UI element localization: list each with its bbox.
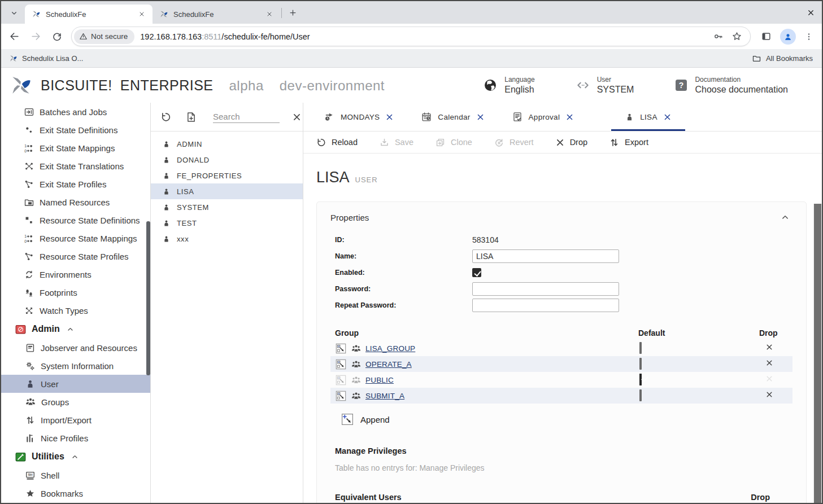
select-target-icon[interactable] xyxy=(335,358,347,370)
properties-card: Properties ID: 583104 Name: Enabled: xyxy=(316,201,807,503)
close-tab-icon[interactable] xyxy=(476,113,485,121)
sidebar-item-exit-state-profiles[interactable]: Exit State Profiles xyxy=(1,175,150,193)
sidebar-item-named-resources[interactable]: Named Resources xyxy=(1,193,150,211)
tab-close-icon[interactable] xyxy=(137,9,147,19)
search-input[interactable] xyxy=(213,111,280,123)
list-item-label: TEST xyxy=(177,219,197,227)
tab-approval[interactable]: Approval xyxy=(498,103,588,131)
profile-avatar[interactable] xyxy=(780,29,796,45)
new-tab-button[interactable] xyxy=(285,5,300,20)
default-checkbox[interactable] xyxy=(639,358,642,370)
sidebar-nav: Batches and Jobs Exit State Definitions … xyxy=(1,103,151,503)
all-bookmarks-button[interactable]: All Bookmarks xyxy=(752,54,813,63)
sidebar-item-resource-state-profiles[interactable]: Resource State Profiles xyxy=(1,247,150,265)
password-input[interactable] xyxy=(472,282,619,296)
list-item-donald[interactable]: DONALD xyxy=(151,152,303,168)
tab-search-button[interactable] xyxy=(6,5,23,21)
save-button[interactable]: Save xyxy=(379,137,413,148)
security-chip[interactable]: Not secure xyxy=(74,29,134,44)
browser-tab-1[interactable]: SchedulixFe xyxy=(25,5,153,24)
sidebar-item-resource-state-mappings[interactable]: Resource State Mappings xyxy=(1,229,150,247)
drop-group-icon[interactable] xyxy=(759,359,792,369)
password-key-icon[interactable] xyxy=(713,31,724,42)
select-target-icon[interactable] xyxy=(335,343,347,354)
address-bar[interactable]: Not secure 192.168.178.163:8511/scheduli… xyxy=(71,27,751,46)
group-link[interactable]: PUBLIC xyxy=(365,376,394,384)
language-selector[interactable]: LanguageEnglish xyxy=(483,76,534,95)
window-close-icon[interactable] xyxy=(805,7,816,18)
env-name: dev-environment xyxy=(280,78,385,94)
drop-group-icon[interactable] xyxy=(759,343,792,353)
select-target-icon[interactable] xyxy=(335,374,347,386)
documentation-selector[interactable]: DocumentationChoose documentation xyxy=(674,76,788,95)
list-item-xxx[interactable]: xxx xyxy=(151,231,303,247)
enabled-checkbox[interactable] xyxy=(472,268,481,277)
append-button[interactable]: Append xyxy=(341,413,792,426)
sidebar-section-admin[interactable]: Admin xyxy=(1,319,150,339)
sidebar-item-groups[interactable]: Groups xyxy=(1,393,150,411)
sidebar-item-resource-state-definitions[interactable]: Resource State Definitions xyxy=(1,211,150,229)
clone-button[interactable]: Clone xyxy=(435,137,472,148)
sidebar-scrollbar[interactable] xyxy=(146,221,150,375)
side-panel-icon[interactable] xyxy=(757,28,774,45)
sidebar-item-environments[interactable]: Environments xyxy=(1,265,150,283)
list-item-test[interactable]: TEST xyxy=(151,215,303,231)
sidebar-item-shell[interactable]: Shell xyxy=(1,466,150,484)
scheduled-batch-icon xyxy=(324,111,335,122)
list-item-lisa[interactable]: LISA xyxy=(151,183,303,199)
default-checkbox[interactable] xyxy=(639,374,642,385)
sidebar-item-jobserver-and-resources[interactable]: Jobserver and Resources xyxy=(1,339,150,357)
close-tab-icon[interactable] xyxy=(565,113,574,121)
main-scrollbar[interactable] xyxy=(813,204,822,503)
collapse-chevron-icon[interactable] xyxy=(780,212,790,222)
sidebar-item-bookmarks[interactable]: Bookmarks xyxy=(1,484,150,502)
sidebar-item-nice-profiles[interactable]: Nice Profiles xyxy=(1,429,150,447)
list-item-fe-properties[interactable]: FE_PROPERTIES xyxy=(151,168,303,183)
browser-menu-icon[interactable] xyxy=(800,28,817,45)
tab-mondays[interactable]: MONDAYS xyxy=(310,103,407,131)
close-tab-icon[interactable] xyxy=(663,113,672,121)
default-checkbox[interactable] xyxy=(639,342,642,354)
sidebar-item-footprints[interactable]: Footprints xyxy=(1,283,150,301)
drop-group-icon[interactable] xyxy=(759,391,792,401)
repeat-password-input[interactable] xyxy=(472,299,619,312)
group-link[interactable]: OPERATE_A xyxy=(365,360,412,369)
current-user[interactable]: UserSYSTEM xyxy=(576,76,634,95)
reload-button[interactable]: Reload xyxy=(316,137,358,148)
list-item-system[interactable]: SYSTEM xyxy=(151,199,303,215)
sidebar-item-watch-types[interactable]: Watch Types xyxy=(1,301,150,319)
revert-button[interactable]: Revert xyxy=(494,137,534,148)
sidebar-item-system-information[interactable]: System Information xyxy=(1,357,150,375)
export-button[interactable]: Export xyxy=(609,137,648,148)
main-scrollbar-thumb[interactable] xyxy=(814,204,821,503)
sidebar-item-exit-state-definitions[interactable]: Exit State Definitions xyxy=(1,121,150,139)
name-input[interactable] xyxy=(472,249,619,263)
bookmark-star-icon[interactable] xyxy=(731,31,742,42)
group-link[interactable]: SUBMIT_A xyxy=(365,392,404,400)
sidebar-item-batches-and-jobs[interactable]: Batches and Jobs xyxy=(1,103,150,121)
sidebar-item-exit-state-mappings[interactable]: Exit State Mappings xyxy=(1,139,150,157)
tab-calendar[interactable]: Calendar xyxy=(407,103,498,131)
list-reload-icon[interactable] xyxy=(160,111,172,123)
back-icon[interactable] xyxy=(6,28,23,45)
sidebar-item-import-export[interactable]: Import/Export xyxy=(1,411,150,429)
tab-lisa[interactable]: LISA xyxy=(611,103,685,131)
new-entry-icon[interactable] xyxy=(185,111,197,123)
list-item-admin[interactable]: ADMIN xyxy=(151,136,303,152)
drop-button[interactable]: Drop xyxy=(555,138,587,147)
sidebar-section-utilities[interactable]: Utilities xyxy=(1,447,150,466)
default-checkbox[interactable] xyxy=(639,389,642,401)
sidebar-item-user[interactable]: User xyxy=(1,375,150,393)
browser-tab-2[interactable]: SchedulixFe xyxy=(153,5,280,24)
reload-page-icon[interactable] xyxy=(49,28,66,45)
tab-close-icon[interactable] xyxy=(264,9,275,19)
bookmark-item[interactable]: Schedulix Lisa O... xyxy=(9,54,83,63)
forward-icon[interactable] xyxy=(27,28,44,45)
group-link[interactable]: LISA_GROUP xyxy=(365,344,415,353)
user-icon xyxy=(162,235,171,243)
sidebar-item-label: Resource State Mappings xyxy=(40,234,137,243)
select-target-icon[interactable] xyxy=(335,390,347,402)
close-tab-icon[interactable] xyxy=(385,113,394,121)
clear-search-icon[interactable] xyxy=(292,112,302,122)
sidebar-item-exit-state-translations[interactable]: Exit State Translations xyxy=(1,157,150,175)
